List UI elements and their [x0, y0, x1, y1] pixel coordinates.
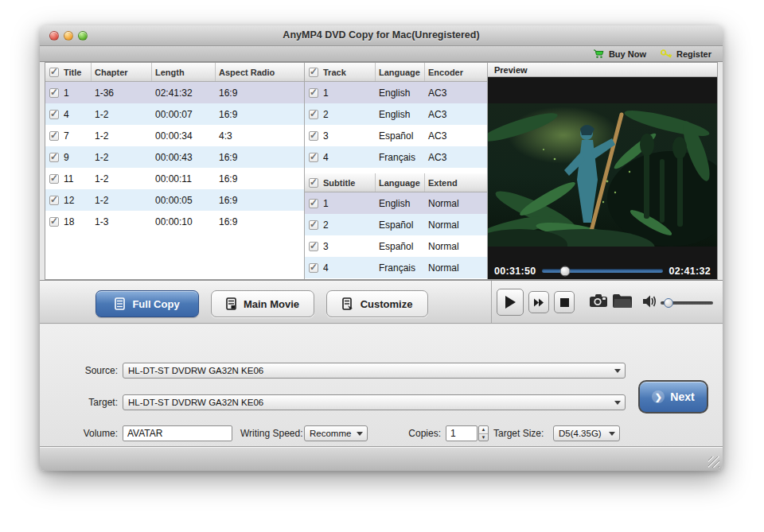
play-button[interactable]	[497, 289, 524, 316]
row-checkbox[interactable]	[309, 88, 318, 98]
table-row[interactable]: 71-200:00:344:3	[45, 125, 304, 146]
table-cell: 1-3	[92, 216, 152, 227]
table-cell: Español	[376, 241, 425, 252]
preview-screen: 00:31:50 02:41:32	[488, 77, 717, 279]
seek-slider[interactable]	[542, 269, 662, 273]
fast-forward-button[interactable]	[528, 291, 549, 313]
mode-bar-divider	[491, 281, 492, 323]
copies-input[interactable]	[446, 425, 477, 441]
stepper-up-icon[interactable]: ▲	[479, 426, 488, 434]
video-frame	[488, 103, 717, 247]
row-checkbox[interactable]	[49, 88, 59, 98]
chevron-down-icon	[357, 432, 363, 436]
column-header[interactable]: Encoder	[425, 63, 487, 81]
select-all-subtitles-checkbox[interactable]	[309, 178, 318, 188]
stepper-down-icon[interactable]: ▼	[479, 434, 488, 441]
table-row[interactable]: 2EnglishAC3	[305, 103, 487, 125]
row-checkbox[interactable]	[49, 217, 59, 227]
volume-slider-thumb[interactable]	[664, 298, 673, 308]
main-movie-button[interactable]: Main Movie	[211, 290, 314, 317]
table-row[interactable]: 4FrançaisAC3	[305, 146, 487, 168]
row-checkbox[interactable]	[309, 199, 318, 208]
table-row[interactable]: 3EspañolAC3	[305, 125, 487, 146]
table-row[interactable]: 1EnglishNormal	[305, 192, 487, 214]
table-row[interactable]: 41-200:00:0716:9	[45, 103, 304, 125]
table-cell: 1-2	[92, 152, 152, 163]
jungle-scene-art	[488, 103, 717, 247]
table-cell: Normal	[425, 241, 487, 252]
table-row[interactable]: 181-300:00:1016:9	[45, 211, 304, 232]
full-copy-button[interactable]: Full Copy	[96, 290, 199, 317]
table-cell: 16:9	[216, 173, 304, 184]
row-checkbox[interactable]	[49, 174, 59, 184]
row-checkbox[interactable]	[309, 220, 318, 230]
register-button[interactable]: Register	[661, 49, 711, 59]
customize-label: Customize	[361, 298, 413, 310]
table-row[interactable]: 2EspañolNormal	[305, 214, 487, 235]
target-dropdown[interactable]: HL-DT-ST DVDRW GA32N KE06	[123, 394, 626, 410]
customize-button[interactable]: Customize	[326, 290, 428, 317]
snapshot-camera-button[interactable]	[589, 293, 608, 308]
filmstrip-icon	[115, 297, 125, 310]
writing-speed-dropdown[interactable]: Recomme	[304, 425, 368, 441]
seek-slider-thumb[interactable]	[560, 266, 571, 276]
table-row[interactable]: 111-200:00:1116:9	[45, 168, 304, 189]
preview-header: Preview	[488, 63, 717, 77]
select-all-tracks-checkbox[interactable]	[309, 68, 318, 77]
volume-name-input[interactable]	[123, 425, 232, 441]
window-bottom-strip	[40, 447, 723, 471]
table-cell: 16:9	[216, 216, 304, 227]
source-label: Source:	[72, 365, 118, 376]
row-checkbox[interactable]	[309, 153, 318, 162]
row-checkbox[interactable]	[309, 131, 318, 141]
copies-stepper[interactable]: ▲▼	[478, 425, 489, 441]
resize-grip[interactable]	[708, 456, 719, 468]
row-checkbox[interactable]	[49, 131, 59, 141]
open-folder-button[interactable]	[612, 293, 633, 309]
table-row[interactable]: 121-200:00:0516:9	[45, 189, 304, 211]
column-header[interactable]: Title	[60, 63, 92, 81]
column-header[interactable]: Subtitle	[320, 173, 376, 192]
row-checkbox[interactable]	[49, 196, 59, 205]
table-row[interactable]: 1EnglishAC3	[305, 82, 487, 103]
filmstrip-movie-icon	[226, 297, 236, 310]
speaker-icon[interactable]	[643, 295, 657, 308]
column-header[interactable]: Aspect Radio	[216, 63, 304, 81]
row-checkbox[interactable]	[49, 153, 59, 162]
title-bar: AnyMP4 DVD Copy for Mac(Unregistered)	[40, 25, 723, 46]
play-icon	[504, 295, 516, 309]
buy-now-button[interactable]: Buy Now	[593, 49, 646, 59]
volume-slider[interactable]	[661, 301, 713, 305]
column-header[interactable]: Chapter	[92, 63, 152, 81]
total-time-label: 02:41:32	[669, 266, 711, 277]
table-row[interactable]: 3EspañolNormal	[305, 235, 487, 257]
column-header[interactable]: Extend	[425, 173, 487, 192]
table-cell: English	[376, 198, 425, 209]
table-row[interactable]: 11-3602:41:3216:9	[45, 82, 304, 103]
target-dropdown-value: HL-DT-ST DVDRW GA32N KE06	[128, 398, 263, 407]
row-checkbox[interactable]	[309, 110, 318, 119]
app-window: AnyMP4 DVD Copy for Mac(Unregistered) Bu…	[40, 25, 723, 471]
table-cell: 1	[60, 87, 92, 99]
column-header[interactable]: Length	[152, 63, 216, 81]
buy-now-label: Buy Now	[609, 49, 646, 59]
column-header[interactable]: Track	[320, 63, 376, 81]
row-checkbox[interactable]	[49, 110, 59, 119]
table-cell: 00:00:05	[152, 195, 216, 206]
table-cell: AC3	[425, 87, 487, 99]
table-row[interactable]: 4FrançaisNormal	[305, 257, 487, 278]
column-header[interactable]: Language	[376, 63, 425, 81]
stop-button[interactable]	[554, 291, 575, 313]
table-row[interactable]: 91-200:00:4316:9	[45, 146, 304, 168]
table-cell: 00:00:11	[152, 173, 216, 184]
register-label: Register	[676, 49, 711, 59]
source-dropdown[interactable]: HL-DT-ST DVDRW GA32N KE06	[123, 363, 626, 379]
row-checkbox[interactable]	[309, 263, 318, 273]
table-cell: 00:00:10	[152, 216, 216, 227]
row-checkbox[interactable]	[309, 242, 318, 251]
next-button[interactable]: ❯ Next	[638, 380, 708, 414]
column-header[interactable]: Language	[376, 173, 425, 192]
select-all-titles-checkbox[interactable]	[49, 68, 59, 77]
target-size-dropdown[interactable]: D5(4.35G)	[553, 425, 620, 441]
track-table-body: 1EnglishAC32EnglishAC33EspañolAC34França…	[305, 82, 487, 168]
